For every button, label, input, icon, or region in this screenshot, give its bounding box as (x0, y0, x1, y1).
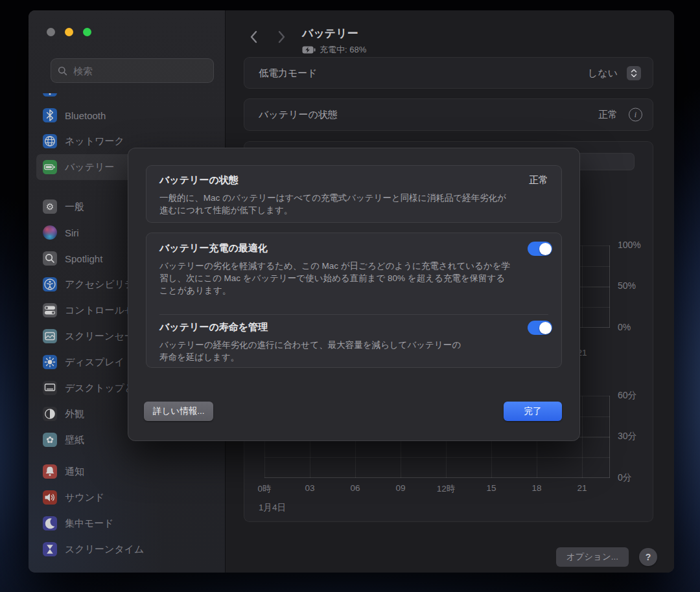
options-button[interactable]: オプション... (556, 547, 629, 567)
sidebar-item-label: 集中モード (65, 518, 114, 530)
section-divider (159, 314, 548, 315)
battery-health-value: 正常 (598, 109, 618, 121)
battery-icon (43, 160, 57, 174)
optimized-charging-description: バッテリーの劣化を軽減するため、この Mac が日ごろどのように充電されているか… (159, 260, 513, 297)
y-axis-label: 0% (618, 322, 631, 332)
sidebar-item-wifi[interactable]: Wi-Fi (36, 93, 219, 102)
charging-status: 充電中: 68% (302, 44, 366, 56)
x-axis-label: 03 (296, 483, 324, 493)
bell-icon (43, 464, 57, 479)
sidebar-item-label: スクリーンタイム (65, 543, 144, 556)
wallpaper-flower-icon: ✿ (43, 433, 57, 447)
optimized-charging-toggle[interactable] (528, 242, 552, 256)
system-settings-window: Wi-Fi Bluetooth ネットワーク バッテリー ⚙ 一般 (29, 10, 674, 573)
done-button[interactable]: 完了 (504, 402, 562, 421)
more-info-button[interactable]: 詳しい情報... (144, 402, 213, 421)
siri-icon (43, 225, 57, 240)
manage-lifespan-description: バッテリーの経年劣化の進行に合わせて、最大容量を減らしてバッテリーの寿命を延ばし… (159, 339, 464, 363)
x-axis-label: 09 (386, 483, 415, 493)
info-icon[interactable]: i (629, 108, 642, 122)
sidebar-item-label: Siri (65, 227, 79, 238)
low-power-mode-label: 低電力モード (259, 67, 318, 79)
wifi-icon (43, 93, 57, 97)
x-axis-label: 12時 (432, 483, 460, 495)
desktop-dock-icon (43, 381, 57, 395)
sidebar-item-label: 通知 (65, 466, 84, 478)
close-button[interactable] (47, 28, 55, 36)
y-axis-label: 30分 (618, 431, 637, 442)
network-globe-icon (43, 134, 57, 148)
appearance-icon (43, 407, 57, 421)
sidebar-item-notifications[interactable]: 通知 (36, 459, 219, 484)
sidebar-item-label: バッテリー (65, 161, 114, 174)
x-axis-label: 0時 (250, 483, 279, 495)
zoom-button[interactable] (83, 28, 91, 36)
sidebar-item-focus[interactable]: 集中モード (36, 510, 219, 536)
manage-lifespan-toggle[interactable] (528, 321, 552, 335)
search-icon (58, 66, 67, 76)
traffic-lights (47, 28, 91, 36)
dialog-health-description: 一般的に、Mac のバッテリーはすべての充電式バッテリーと同様に消耗品で経年劣化… (159, 192, 513, 216)
magnifier-icon (43, 251, 57, 266)
optimized-charging-title: バッテリー充電の最適化 (159, 242, 268, 255)
gear-icon: ⚙ (43, 199, 57, 214)
control-center-icon (43, 303, 57, 317)
moon-icon (43, 516, 57, 530)
x-axis-label: 18 (522, 483, 551, 493)
x-axis-label: 06 (341, 483, 369, 493)
dialog-toggles-section: バッテリー充電の最適化 バッテリーの劣化を軽減するため、この Mac が日ごろど… (146, 233, 562, 368)
battery-health-dialog: バッテリーの状態 正常 一般的に、Mac のバッテリーはすべての充電式バッテリー… (128, 148, 580, 441)
sidebar-item-label: サウンド (65, 492, 104, 504)
dialog-health-section: バッテリーの状態 正常 一般的に、Mac のバッテリーはすべての充電式バッテリー… (146, 165, 562, 223)
low-power-mode-row: 低電力モード しない (244, 57, 653, 89)
up-down-chevrons-icon (631, 69, 637, 78)
hourglass-icon (43, 542, 57, 556)
screen-saver-icon (43, 329, 57, 343)
x-axis-label: 15 (477, 483, 506, 493)
display-brightness-icon (43, 355, 57, 369)
chevron-right-icon (278, 30, 286, 43)
bluetooth-icon (43, 108, 57, 122)
sidebar-item-label: 壁紙 (65, 434, 84, 446)
battery-health-label: バッテリーの状態 (259, 109, 338, 121)
x-axis-date-label: 1月4日 (259, 502, 286, 514)
battery-health-row: バッテリーの状態 正常 i (244, 98, 653, 131)
search-input[interactable] (72, 65, 207, 77)
toggle-knob (539, 322, 552, 334)
sidebar-item-label: Spotlight (65, 253, 102, 264)
sidebar-item-label: ディスプレイ (65, 356, 124, 369)
charging-battery-icon (302, 46, 316, 54)
y-axis-label: 60分 (618, 390, 637, 402)
x-axis-label: 21 (568, 483, 596, 493)
sidebar-item-label: Bluetooth (65, 110, 106, 121)
accessibility-icon (43, 277, 57, 291)
y-axis-label: 50% (618, 280, 636, 291)
forward-button[interactable] (274, 28, 290, 45)
minimize-button[interactable] (65, 28, 73, 36)
y-axis-label: 100% (618, 240, 641, 250)
charging-status-text: 充電中: 68% (320, 44, 366, 56)
sidebar-group-gap (36, 453, 219, 459)
low-power-mode-value: しない (588, 67, 618, 79)
sidebar-item-label: 外観 (65, 408, 84, 420)
chevron-left-icon (250, 30, 257, 43)
sidebar-item-label: 一般 (65, 201, 84, 213)
y-axis-label: 0分 (618, 472, 632, 484)
sidebar-item-sound[interactable]: サウンド (36, 484, 219, 510)
dialog-health-value: 正常 (529, 174, 548, 187)
sidebar-item-label: ネットワーク (65, 135, 124, 148)
sidebar-item-bluetooth[interactable]: Bluetooth (36, 102, 219, 128)
search-field[interactable] (51, 58, 214, 83)
dialog-health-title: バッテリーの状態 (159, 174, 239, 187)
manage-lifespan-title: バッテリーの寿命を管理 (159, 321, 268, 334)
help-button[interactable]: ? (639, 548, 657, 566)
back-button[interactable] (245, 28, 262, 45)
speaker-icon (43, 490, 57, 505)
sidebar-item-label: Wi-Fi (65, 93, 88, 95)
sidebar-item-screen-time[interactable]: スクリーンタイム (36, 536, 219, 562)
page-title: バッテリー (302, 26, 358, 41)
toggle-knob (539, 243, 552, 255)
low-power-mode-popup[interactable] (627, 66, 641, 80)
